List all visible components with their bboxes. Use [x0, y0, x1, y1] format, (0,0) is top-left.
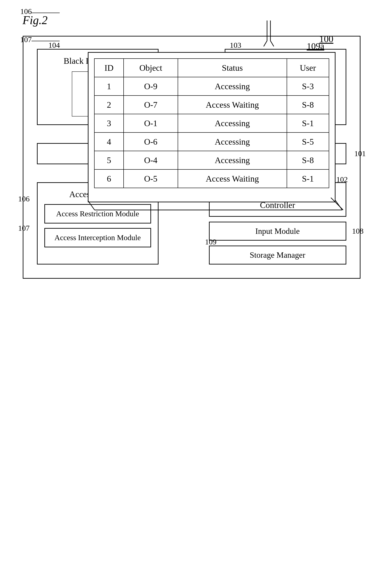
table-row: 2O-7Access WaitingS-8 [94, 96, 329, 114]
cell-object: O-7 [124, 96, 178, 114]
access-table: ID Object Status User 1O-9AccessingS-32O… [94, 58, 329, 188]
cell-object: O-9 [124, 77, 178, 96]
figure-label: Fig.2 [22, 14, 365, 27]
label-101: 101 [354, 149, 366, 158]
access-interception-module-box: Access Interception Module [44, 228, 151, 247]
col-object: Object [124, 59, 178, 77]
col-id: ID [94, 59, 124, 77]
cell-status: Access Waiting [178, 169, 287, 188]
access-interception-module-label: Access Interception Module [55, 233, 141, 242]
svg-line-31 [88, 201, 95, 210]
col-status: Status [178, 59, 287, 77]
storage-manager-box: Storage Manager 109 [209, 246, 346, 265]
cell-user: S-1 [287, 169, 329, 188]
table-row: 4O-6AccessingS-5 [94, 132, 329, 151]
page: Fig.2 100 104 Black List Manager [0, 0, 383, 588]
cell-id: 4 [94, 132, 124, 151]
cell-id: 3 [94, 114, 124, 132]
table-row: 5O-4AccessingS-8 [94, 151, 329, 169]
cell-status: Accessing [178, 132, 287, 151]
cell-id: 2 [94, 96, 124, 114]
label-109a: 109a [307, 41, 324, 51]
table-header-row: ID Object Status User [94, 59, 329, 77]
table-row: 6O-5Access WaitingS-1 [94, 169, 329, 188]
cell-id: 6 [94, 169, 124, 188]
table-row: 3O-1AccessingS-1 [94, 114, 329, 132]
label-106: 106 [18, 195, 30, 203]
cell-status: Accessing [178, 114, 287, 132]
cell-user: S-8 [287, 96, 329, 114]
table-wrapper: ID Object Status User 1O-9AccessingS-32O… [88, 52, 336, 202]
table-row: 1O-9AccessingS-3 [94, 77, 329, 96]
cell-status: Access Waiting [178, 96, 287, 114]
cell-user: S-5 [287, 132, 329, 151]
cell-user: S-1 [287, 114, 329, 132]
label-103: 103 [230, 41, 241, 50]
col-user: User [287, 59, 329, 77]
storage-manager-label: Storage Manager [250, 251, 305, 259]
cell-user: S-3 [287, 77, 329, 96]
cell-id: 1 [94, 77, 124, 96]
label-107: 107 [18, 224, 30, 232]
cell-object: O-4 [124, 151, 178, 169]
label-102: 102 [336, 174, 348, 185]
table-section: 109a ID Object Status User 1O-9Accessing… [88, 52, 336, 202]
label-109: 109 [205, 238, 217, 246]
label-104: 104 [42, 41, 60, 50]
cell-object: O-6 [124, 132, 178, 151]
input-module-box: Input Module 108 [209, 222, 346, 241]
cell-status: Accessing [178, 151, 287, 169]
cell-object: O-1 [124, 114, 178, 132]
cell-id: 5 [94, 151, 124, 169]
label-108: 108 [352, 227, 364, 235]
input-module-label: Input Module [255, 227, 300, 236]
cell-object: O-5 [124, 169, 178, 188]
cell-user: S-8 [287, 151, 329, 169]
cell-status: Accessing [178, 77, 287, 96]
